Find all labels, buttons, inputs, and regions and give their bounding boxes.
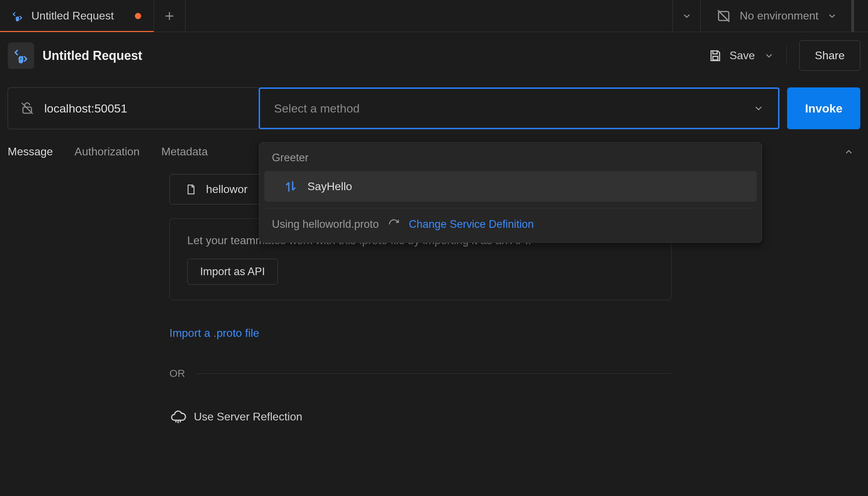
import-as-api-button[interactable]: Import as API [187, 259, 278, 285]
tab-metadata[interactable]: Metadata [161, 145, 208, 158]
dropdown-method-sayhello[interactable]: SayHello [264, 171, 757, 202]
chevron-down-icon [753, 103, 764, 114]
refresh-icon[interactable] [388, 218, 400, 230]
unsaved-indicator-icon [135, 13, 141, 19]
invoke-button[interactable]: Invoke [787, 87, 860, 129]
save-label: Save [730, 49, 755, 62]
change-service-definition-link[interactable]: Change Service Definition [409, 218, 534, 231]
collapse-panel-button[interactable] [844, 147, 860, 157]
request-header: g Untitled Request Save Share [0, 32, 868, 76]
environment-selector[interactable]: No environment [700, 0, 868, 32]
or-separator: OR [169, 367, 671, 379]
environment-label: No environment [740, 9, 818, 22]
save-dropdown-button[interactable] [759, 45, 779, 66]
server-reflection-label: Use Server Reflection [194, 410, 302, 423]
unary-rpc-icon [283, 179, 298, 194]
server-reflection-option[interactable]: Use Server Reflection [169, 408, 671, 425]
grpc-badge-icon: g [8, 42, 34, 69]
dropdown-method-label: SayHello [307, 180, 352, 193]
import-as-api-label: Import as API [200, 265, 265, 278]
dropdown-service-group: Greeter [259, 142, 762, 169]
import-proto-file-link[interactable]: Import a .proto file [169, 327, 671, 340]
new-tab-button[interactable] [154, 0, 185, 32]
method-select-placeholder: Select a method [274, 102, 360, 115]
dropdown-footer: Using helloworld.proto Change Service De… [259, 208, 762, 242]
file-icon [185, 184, 197, 195]
tab-overflow-menu[interactable] [672, 0, 700, 32]
url-method-row: Select a method Invoke [0, 76, 868, 133]
method-select[interactable]: Select a method [259, 87, 779, 129]
insecure-icon [20, 101, 35, 116]
using-proto-label: Using helloworld.proto [272, 218, 379, 231]
save-button[interactable]: Save [705, 48, 759, 63]
server-url-input-wrap[interactable] [8, 87, 259, 129]
proto-file-chip[interactable]: hellowor [169, 174, 263, 204]
svg-text:g: g [19, 54, 23, 62]
save-icon [708, 48, 723, 63]
svg-text:g: g [16, 15, 19, 21]
server-url-input[interactable] [44, 102, 247, 115]
cloud-reflection-icon [169, 408, 187, 425]
active-tab[interactable]: g Untitled Request [0, 0, 154, 32]
tab-title: Untitled Request [31, 9, 114, 22]
grpc-icon: g [10, 9, 24, 23]
chevron-down-icon [827, 11, 837, 21]
tab-authorization[interactable]: Authorization [75, 145, 140, 158]
tabbar: g Untitled Request No environment [0, 0, 868, 32]
no-env-icon [716, 8, 731, 24]
share-label: Share [815, 49, 845, 62]
invoke-label: Invoke [805, 102, 843, 115]
or-separator-line [196, 373, 671, 374]
method-dropdown: Greeter SayHello Using helloworld.proto … [259, 142, 762, 243]
svg-rect-3 [713, 56, 718, 60]
proto-chip-label: hellowor [206, 183, 248, 196]
share-button[interactable]: Share [799, 40, 860, 71]
tab-message[interactable]: Message [8, 145, 53, 158]
env-divider [851, 0, 854, 32]
or-label: OR [169, 367, 185, 379]
request-name[interactable]: Untitled Request [43, 48, 142, 63]
